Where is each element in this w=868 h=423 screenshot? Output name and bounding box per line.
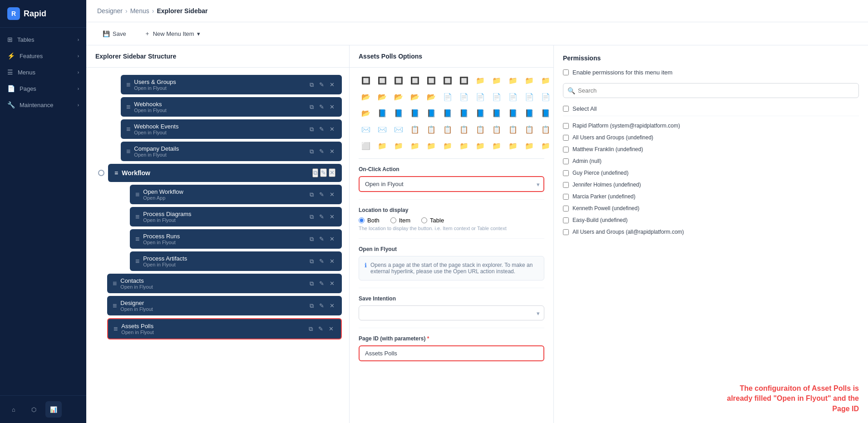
select-all-checkbox[interactable]	[563, 106, 569, 112]
icon-cell[interactable]: 🔲	[408, 73, 422, 88]
icon-cell[interactable]: 📄	[506, 89, 520, 104]
icon-cell[interactable]: 🔲	[424, 73, 439, 88]
copy-btn[interactable]: ⧉	[308, 147, 316, 156]
icon-cell[interactable]: 📋	[489, 122, 504, 137]
icon-cell[interactable]: 📄	[489, 89, 504, 104]
edit-btn[interactable]: ✎	[317, 80, 326, 89]
copy-btn[interactable]: ⧉	[308, 279, 316, 288]
icon-cell[interactable]: 📁	[424, 138, 439, 153]
icon-cell[interactable]: 🔲	[359, 73, 373, 88]
icon-cell[interactable]: 📄	[473, 89, 488, 104]
perm-checkbox-3[interactable]	[563, 158, 569, 164]
breadcrumb-menus[interactable]: Menus	[130, 7, 149, 15]
icon-cell[interactable]: 📂	[408, 89, 422, 104]
icon-cell[interactable]: 🔲	[391, 73, 406, 88]
icon-cell[interactable]: ✉️	[359, 122, 373, 137]
drag-handle[interactable]: ≡	[113, 325, 118, 333]
sidebar-item-features[interactable]: ⚡ Features ›	[0, 48, 86, 64]
perm-checkbox-2[interactable]	[563, 147, 569, 152]
icon-cell[interactable]: 📋	[522, 122, 537, 137]
icon-cell[interactable]: 🔲	[457, 73, 471, 88]
delete-btn[interactable]: ✕	[328, 257, 336, 266]
icon-cell[interactable]: 📁	[375, 138, 390, 153]
perm-checkbox-1[interactable]	[563, 135, 569, 141]
copy-btn[interactable]: ⧉	[308, 190, 316, 199]
delete-btn[interactable]: ✕	[328, 212, 336, 221]
radio-both[interactable]: Both	[359, 217, 380, 224]
icon-cell[interactable]: 📁	[440, 138, 455, 153]
edit-btn[interactable]: ✎	[317, 257, 326, 266]
save-intention-select[interactable]	[359, 305, 544, 320]
drag-handle[interactable]: ≡	[135, 257, 139, 266]
icon-cell[interactable]: 📋	[473, 122, 488, 137]
icon-cell[interactable]: 📁	[506, 73, 520, 88]
edit-btn[interactable]: ✎	[317, 103, 326, 112]
icon-cell[interactable]: 📁	[408, 138, 422, 153]
radio-item[interactable]: Item	[390, 217, 410, 224]
edit-btn[interactable]: ✎	[317, 301, 326, 310]
edit-btn[interactable]: ✎	[317, 212, 326, 221]
edit-btn[interactable]: ✎	[317, 235, 326, 244]
icon-cell[interactable]: 📋	[457, 122, 471, 137]
icon-cell[interactable]: 📂	[359, 89, 373, 104]
drag-handle[interactable]: ≡	[126, 81, 130, 89]
icon-cell[interactable]: 📋	[538, 122, 553, 137]
breadcrumb-designer[interactable]: Designer	[97, 7, 123, 15]
icon-cell[interactable]: ⬜	[359, 138, 373, 153]
drag-handle[interactable]: ≡	[135, 213, 139, 221]
icon-cell[interactable]: 📄	[457, 89, 471, 104]
icon-cell[interactable]: 📘	[522, 106, 537, 120]
icon-cell[interactable]: 📂	[359, 106, 373, 120]
drag-handle[interactable]: ≡	[126, 103, 130, 111]
edit-btn[interactable]: ✎	[317, 190, 326, 199]
copy-btn[interactable]: ⧉	[307, 325, 315, 334]
icon-cell[interactable]: 📁	[522, 138, 537, 153]
icon-cell[interactable]: 📘	[408, 106, 422, 120]
icon-cell[interactable]: 📁	[473, 73, 488, 88]
drag-handle[interactable]: ≡	[135, 235, 139, 243]
icon-cell[interactable]: 📘	[375, 106, 390, 120]
icon-cell[interactable]: 📁	[506, 138, 520, 153]
delete-btn[interactable]: ✕	[328, 190, 336, 199]
perm-checkbox-7[interactable]	[563, 206, 569, 212]
icon-cell[interactable]: ✉️	[391, 122, 406, 137]
icon-cell[interactable]: 📘	[506, 106, 520, 120]
edit-btn[interactable]: ✎	[317, 279, 326, 288]
drag-handle[interactable]: ≡	[114, 169, 118, 177]
icon-cell[interactable]: 📁	[473, 138, 488, 153]
radio-table[interactable]: Table	[421, 217, 444, 224]
perm-checkbox-4[interactable]	[563, 170, 569, 176]
icon-cell[interactable]: 📘	[440, 106, 455, 120]
chart-icon-btn[interactable]: 📊	[45, 401, 62, 418]
perm-checkbox-6[interactable]	[563, 194, 569, 200]
icon-cell[interactable]: 🔲	[440, 73, 455, 88]
delete-btn[interactable]: ✕	[328, 235, 336, 244]
sidebar-item-pages[interactable]: 📄 Pages ›	[0, 80, 86, 97]
drag-handle[interactable]: ≡	[113, 280, 117, 288]
icon-cell[interactable]: 📂	[375, 89, 390, 104]
copy-btn[interactable]: ⧉	[308, 301, 316, 310]
home-icon-btn[interactable]: ⌂	[5, 401, 22, 418]
save-button[interactable]: 💾 Save	[97, 28, 132, 40]
sidebar-item-tables[interactable]: ⊞ Tables ›	[0, 31, 86, 48]
delete-btn[interactable]: ✕	[328, 80, 336, 89]
icon-cell[interactable]: 📋	[408, 122, 422, 137]
delete-btn[interactable]: ✕	[328, 279, 336, 288]
new-menu-item-button[interactable]: ＋ New Menu Item ▾	[139, 27, 206, 40]
edit-btn[interactable]: ✎	[320, 168, 327, 177]
sidebar-item-maintenance[interactable]: 🔧 Maintenance ›	[0, 97, 86, 113]
icon-cell[interactable]: 📘	[391, 106, 406, 120]
perm-checkbox-0[interactable]	[563, 123, 569, 129]
icon-cell[interactable]: 📁	[489, 138, 504, 153]
icon-cell[interactable]: 📁	[457, 138, 471, 153]
icon-cell[interactable]: 📁	[489, 73, 504, 88]
delete-btn[interactable]: ✕	[328, 147, 336, 156]
permissions-search-input[interactable]	[563, 83, 859, 98]
icon-cell[interactable]: 📋	[424, 122, 439, 137]
icon-cell[interactable]: 📘	[538, 106, 553, 120]
icon-cell[interactable]: 📁	[391, 138, 406, 153]
sidebar-item-menus[interactable]: ☰ Menus ›	[0, 64, 86, 80]
delete-btn[interactable]: ✕	[329, 168, 335, 177]
drag-handle[interactable]: ≡	[135, 191, 139, 199]
icon-cell[interactable]: 📄	[440, 89, 455, 104]
